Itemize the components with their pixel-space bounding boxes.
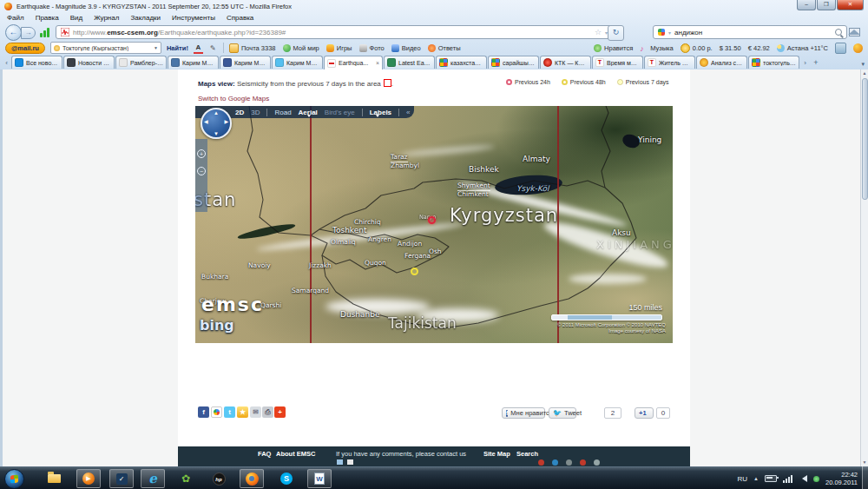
tab[interactable]: Рамблер-Н... [115,56,167,69]
tray-expand-icon[interactable]: ▲ [753,476,759,481]
taskbar-ie-icon[interactable]: e [141,469,165,488]
google-engine-icon[interactable] [658,29,665,36]
footer-flag-icon[interactable] [347,459,353,465]
site-map-link[interactable]: Site Map [483,450,510,458]
taskbar-icq-icon[interactable]: ✿ [174,469,198,488]
area-checkbox[interactable] [384,79,391,87]
tab[interactable]: казахстан - ... [436,56,487,69]
bookmark-item[interactable]: Нравится [594,44,633,52]
tab[interactable]: Новости дн... [63,56,115,69]
font-style-icon[interactable]: A [194,43,203,54]
home-icon[interactable] [849,28,860,36]
tab-close-icon[interactable]: × [376,60,379,66]
tab[interactable]: Житель юж... [644,56,695,69]
scrollbar[interactable]: ▲ ▼ [860,69,868,466]
taskbar-word-icon[interactable]: W [307,469,332,488]
status-dot-icon[interactable] [813,476,819,482]
bookmark-star-share-icon[interactable]: ★ [237,406,248,418]
zoom-in-button[interactable]: + [197,149,206,158]
earthquake-marker[interactable] [428,216,436,224]
map-control[interactable]: 2D [235,109,244,116]
tab[interactable]: Latest Earth... [384,56,435,69]
start-button[interactable] [4,469,24,489]
bookmark-star-icon[interactable]: ☆ [595,28,602,36]
plusone-button[interactable]: +1 [635,407,654,419]
minimize-button[interactable]: ‒ [797,0,816,10]
find-button[interactable]: Найти! [167,44,188,52]
bookmark-item[interactable]: Видео [391,44,421,52]
engine-dropdown-icon[interactable]: ▾ [668,30,671,36]
twitter-share-icon[interactable]: t [224,406,235,418]
menu-item[interactable]: Закладки [130,14,161,22]
list-all-tabs-icon[interactable]: ▾ [861,61,865,68]
earthquake-marker[interactable] [411,268,418,275]
tab-scroll-right[interactable]: › [800,56,810,69]
bing-map[interactable]: stanKyrgyzstanTajikistanXINJIANGAlmatyBi… [195,106,673,343]
edit-pencil-icon[interactable]: ✎ [208,43,218,53]
footer-social-icon[interactable] [552,459,558,466]
bookmark-item[interactable]: 0.00 р. [681,43,713,53]
share-plus-icon[interactable]: + [274,406,286,418]
close-button[interactable]: ✕ [837,0,864,10]
mailru-search-input[interactable]: Токтогуле (Кыргызстан) ▼ [50,42,161,54]
bookmark-item[interactable]: Ответы [428,44,461,52]
map-control[interactable]: « [398,109,410,116]
menu-item[interactable]: Инструменты [172,14,215,22]
maximize-button[interactable]: ❐ [817,0,836,10]
chevron-down-icon[interactable]: ▼ [154,45,158,50]
taskbar-skype-icon[interactable]: S [274,469,299,488]
map-control[interactable]: 3D [251,109,260,116]
tweet-button[interactable]: 🐦 Tweet [549,407,576,419]
taskbar-firefox-icon[interactable] [240,469,264,488]
battery-icon[interactable] [765,475,777,482]
network-signal-icon[interactable] [783,475,792,483]
footer-flag-icon[interactable] [337,459,343,465]
tab[interactable]: Карим Мас... [168,56,219,69]
bookmark-item[interactable]: Фото [359,44,385,52]
tab[interactable]: токтогуль к... [748,56,799,69]
forward-button[interactable]: → [21,27,36,39]
bookmark-item[interactable]: Астана +11°C [777,44,828,52]
tab[interactable]: КТК — Ком... [540,56,591,69]
menu-item[interactable]: Правка [36,14,59,22]
map-control[interactable]: Aerial [299,109,318,116]
taskbar-mediaplayer-icon[interactable]: ▶ [76,469,101,488]
menu-item[interactable]: Справка [227,14,253,22]
facebook-like-button[interactable]: f Мне нравится [502,407,545,419]
facebook-share-icon[interactable]: f [198,406,209,418]
show-desktop-button[interactable] [862,466,868,489]
mailru-logo[interactable]: @mail.ru [5,43,45,54]
faq-link[interactable]: FAQ [258,450,271,458]
email-share-icon[interactable]: ✉ [250,406,261,418]
bookmark-item[interactable]: Музыка [640,44,674,52]
bookmark-item[interactable]: Почта 3338 [229,43,276,53]
tab[interactable]: Карим Мас... [272,56,323,69]
search-icon[interactable] [835,29,842,36]
tab[interactable]: Все новост... [11,56,62,69]
new-tab-button[interactable]: + [810,56,822,69]
tab-scroll-left[interactable]: ‹ [2,56,11,69]
back-button[interactable]: ← [5,24,22,41]
map-control[interactable]: Road [266,109,291,116]
taskbar-explorer-icon[interactable] [42,469,66,488]
menu-item[interactable]: Вид [70,14,82,22]
footer-search-link[interactable]: Search [516,450,538,458]
google-share-icon[interactable] [211,406,222,418]
addon-chart-icon[interactable] [40,27,50,37]
bookmark-item[interactable]: € 42.92 [748,44,770,52]
menu-item[interactable]: Журнал [94,14,119,22]
switch-to-google-maps-link[interactable]: Switch to Google Maps [198,95,269,102]
taskbar-checkapp-icon[interactable]: ✓ [109,469,134,488]
footer-social-icon[interactable] [538,459,544,466]
scroll-up-icon[interactable]: ▲ [861,69,868,77]
clock[interactable]: 22:42 20.09.2011 [825,471,858,486]
scrollbar-thumb[interactable] [862,78,868,200]
map-control[interactable]: Labels [362,109,391,116]
url-bar[interactable]: http://www.emsc-csem.org/Earthquake/eart… [56,25,613,39]
bookmark-item[interactable]: Игры [326,44,352,52]
tab[interactable]: Карим Мас... [220,56,271,69]
bookmark-item[interactable]: Мой мир [283,44,319,52]
tab[interactable]: сарайшык ... [488,56,539,69]
tab[interactable]: Время мен... [592,56,643,69]
language-indicator[interactable]: RU [738,475,748,483]
